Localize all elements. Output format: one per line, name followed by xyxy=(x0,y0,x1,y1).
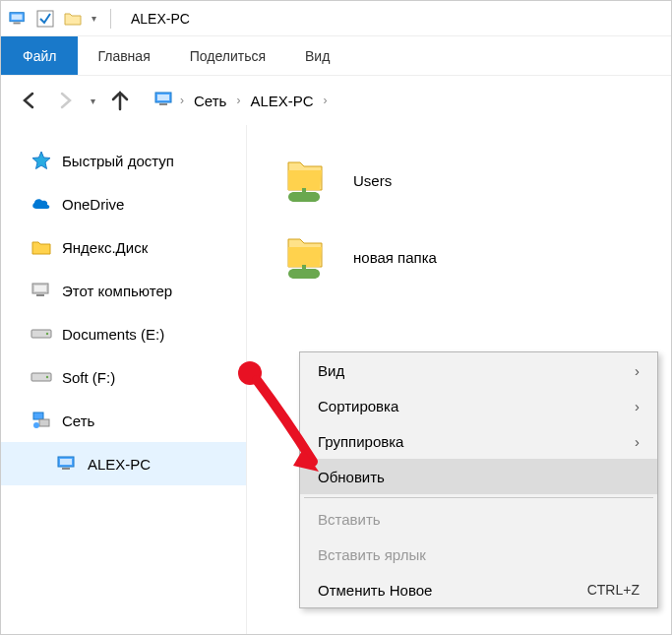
sidebar-item-label: OneDrive xyxy=(62,196,124,213)
app-icon xyxy=(9,10,27,28)
sidebar-item-label: Быстрый доступ xyxy=(62,153,174,169)
forward-button[interactable] xyxy=(50,86,80,115)
folder-users[interactable]: Users xyxy=(276,153,641,208)
chevron-right-icon[interactable]: › xyxy=(180,94,184,107)
ribbon: Файл Главная Поделиться Вид xyxy=(1,36,671,76)
sidebar-item-label: ALEX-PC xyxy=(88,456,151,473)
sidebar-item-label: Сеть xyxy=(62,413,94,429)
network-icon xyxy=(31,410,52,431)
ctx-shortcut: CTRL+Z xyxy=(587,582,640,598)
pc-icon xyxy=(56,453,78,475)
svg-rect-21 xyxy=(302,265,306,273)
svg-rect-1 xyxy=(12,14,23,19)
drive-icon xyxy=(31,366,52,388)
svg-rect-9 xyxy=(36,294,44,296)
sidebar-item-drive-e[interactable]: Documents (E:) xyxy=(1,312,246,355)
back-button[interactable] xyxy=(15,86,44,115)
tab-share[interactable]: Поделиться xyxy=(170,36,285,75)
folder-label: Users xyxy=(353,172,392,189)
ctx-label: Группировка xyxy=(318,433,403,450)
chevron-right-icon[interactable]: › xyxy=(324,94,328,107)
sidebar-item-onedrive[interactable]: OneDrive xyxy=(1,182,246,225)
ctx-label: Вид xyxy=(318,362,344,379)
svg-rect-6 xyxy=(159,103,167,105)
pc-icon xyxy=(31,280,52,301)
sidebar-item-label: Этот компьютер xyxy=(62,283,172,299)
ctx-label: Сортировка xyxy=(318,398,398,414)
folder-label: новая папка xyxy=(353,249,437,266)
breadcrumb-network[interactable]: Сеть xyxy=(190,91,230,111)
svg-point-13 xyxy=(46,376,48,378)
breadcrumb-alexpc[interactable]: ALEX-PC xyxy=(246,91,317,111)
chevron-right-icon: › xyxy=(635,398,640,414)
tab-file[interactable]: Файл xyxy=(1,36,78,75)
sidebar-item-network[interactable]: Сеть xyxy=(1,399,246,442)
separator xyxy=(110,9,111,29)
ctx-refresh[interactable]: Обновить xyxy=(300,459,657,494)
shared-folder-icon xyxy=(276,229,332,285)
chevron-right-icon[interactable]: › xyxy=(236,94,240,107)
shared-folder-icon xyxy=(276,153,332,208)
star-icon xyxy=(31,150,52,171)
sidebar-item-label: Soft (F:) xyxy=(62,369,115,386)
ctx-paste: Вставить xyxy=(300,501,657,537)
sidebar-item-alexpc[interactable]: ALEX-PC xyxy=(1,442,246,485)
svg-rect-3 xyxy=(37,11,53,27)
sidebar-item-label: Documents (E:) xyxy=(62,326,164,343)
navigation-row: ▾ › Сеть › ALEX-PC › xyxy=(1,76,671,125)
svg-rect-18 xyxy=(60,459,72,465)
ctx-sort[interactable]: Сортировка › xyxy=(300,388,657,423)
sidebar-item-label: Яндекс.Диск xyxy=(62,239,148,256)
svg-point-16 xyxy=(33,422,39,428)
folder-icon xyxy=(31,236,52,258)
svg-rect-19 xyxy=(62,468,70,470)
tab-home[interactable]: Главная xyxy=(78,36,169,75)
sidebar-item-thispc[interactable]: Этот компьютер xyxy=(1,269,246,312)
ctx-label: Отменить Новое xyxy=(318,582,432,599)
context-menu: Вид › Сортировка › Группировка › Обновит… xyxy=(299,351,658,608)
breadcrumb[interactable]: › Сеть › ALEX-PC › xyxy=(154,91,328,111)
folder-small-icon[interactable] xyxy=(64,10,82,28)
ctx-label: Вставить xyxy=(318,511,381,528)
folder-newfolder[interactable]: новая папка xyxy=(276,229,641,285)
tab-view[interactable]: Вид xyxy=(285,36,349,75)
svg-rect-20 xyxy=(302,188,306,196)
chevron-right-icon: › xyxy=(635,433,640,450)
up-button[interactable] xyxy=(105,86,135,115)
recent-dropdown[interactable]: ▾ xyxy=(86,86,99,115)
svg-rect-8 xyxy=(34,286,46,291)
ctx-group[interactable]: Группировка › xyxy=(300,423,657,459)
dropdown-icon[interactable]: ▾ xyxy=(92,13,96,24)
svg-point-11 xyxy=(46,333,48,335)
ctx-label: Вставить ярлык xyxy=(318,546,426,563)
chevron-right-icon: › xyxy=(635,362,640,379)
titlebar: ▾ ALEX-PC xyxy=(1,1,671,36)
pc-icon xyxy=(154,92,174,110)
drive-icon xyxy=(31,323,52,345)
sidebar-item-drive-f[interactable]: Soft (F:) xyxy=(1,355,246,399)
ctx-view[interactable]: Вид › xyxy=(300,352,657,388)
ctx-separator xyxy=(304,497,653,498)
svg-rect-2 xyxy=(14,22,21,24)
ctx-paste-shortcut: Вставить ярлык xyxy=(300,537,657,572)
sidebar: Быстрый доступ OneDrive Яндекс.Диск Этот… xyxy=(1,125,247,634)
svg-rect-5 xyxy=(157,95,169,100)
cloud-icon xyxy=(31,193,52,215)
ctx-label: Обновить xyxy=(318,469,385,485)
window-title: ALEX-PC xyxy=(131,11,190,27)
sidebar-item-yandex[interactable]: Яндекс.Диск xyxy=(1,225,246,269)
svg-rect-14 xyxy=(33,413,43,419)
sidebar-item-quickaccess[interactable]: Быстрый доступ xyxy=(1,139,246,182)
checkbox-icon[interactable] xyxy=(36,10,54,28)
svg-rect-15 xyxy=(39,419,49,426)
ctx-undo[interactable]: Отменить Новое CTRL+Z xyxy=(300,572,657,607)
